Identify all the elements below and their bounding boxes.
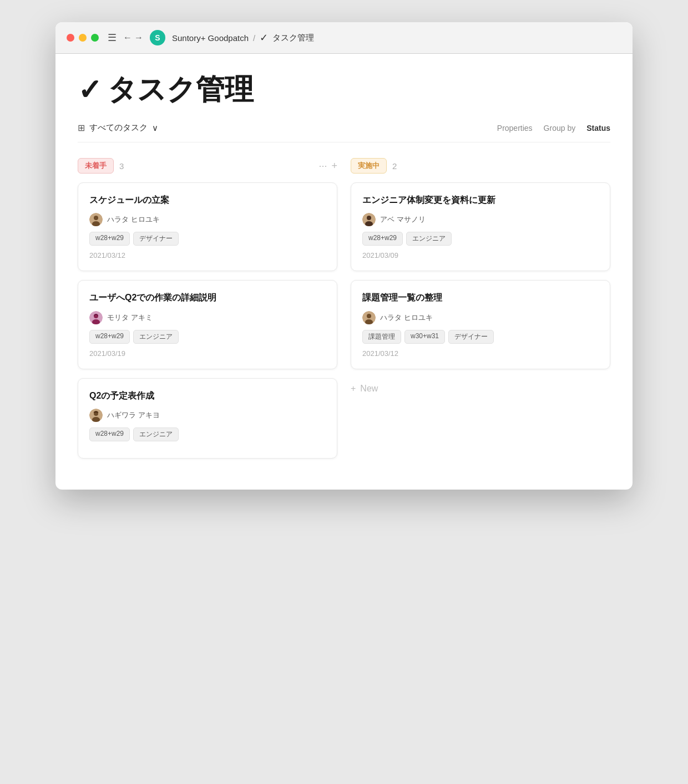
- avatar: [89, 213, 103, 226]
- status-badge-in-progress: 実施中: [351, 158, 387, 174]
- tag: エンジニア: [133, 427, 179, 441]
- breadcrumb-page: タスク管理: [272, 33, 314, 43]
- view-label: すべてのタスク: [89, 123, 148, 133]
- kanban-board: 未着手 3 ··· + スケジュールの立案: [78, 158, 610, 467]
- task-tags: w28+w29 エンジニア: [89, 330, 326, 344]
- svg-point-13: [367, 314, 371, 318]
- title-bar: ☰ ← → S Suntory+ Goodpatch / ✓ タスク管理: [55, 22, 633, 54]
- page-title: ✓ タスク管理: [78, 70, 610, 109]
- task-assignee: アベ マサノリ: [362, 213, 599, 226]
- avatar: [89, 409, 103, 422]
- avatar: [362, 311, 376, 324]
- tag: w28+w29: [89, 427, 130, 441]
- task-tags: 課題管理 w30+w31 デザイナー: [362, 330, 599, 344]
- assignee-name: ハラタ ヒロユキ: [107, 215, 160, 225]
- task-tags: w28+w29 エンジニア: [362, 232, 599, 246]
- task-tags: w28+w29 デザイナー: [89, 232, 326, 246]
- task-assignee: ハギワラ アキヨ: [89, 409, 326, 422]
- task-title: エンジニア体制変更を資料に更新: [362, 194, 599, 206]
- group-by-label: Group by: [544, 124, 576, 133]
- task-assignee: ハラタ ヒロユキ: [362, 311, 599, 324]
- tag: エンジニア: [406, 232, 452, 246]
- assignee-name: ハギワラ アキヨ: [107, 410, 160, 420]
- task-title: スケジュールの立案: [89, 194, 326, 206]
- maximize-button[interactable]: [91, 34, 99, 42]
- tag: 課題管理: [362, 330, 401, 344]
- avatar: [362, 213, 376, 226]
- tag: デザイナー: [448, 330, 494, 344]
- task-assignee: モリタ アキミ: [89, 311, 326, 324]
- nav-arrows: ← →: [123, 33, 143, 43]
- column-count-in-progress: 2: [392, 161, 397, 171]
- column-count-not-started: 3: [119, 161, 124, 171]
- brand-logo: S: [150, 30, 165, 45]
- task-title: ユーザへQ2での作業の詳細説明: [89, 292, 326, 304]
- breadcrumb-site: Suntory+ Goodpatch: [172, 33, 249, 43]
- new-card-button[interactable]: + New: [351, 378, 610, 399]
- svg-point-1: [94, 216, 98, 220]
- tag: w30+w31: [404, 330, 445, 344]
- tag: デザイナー: [133, 232, 179, 246]
- kanban-column-in-progress: 実施中 2 エンジニア体制変更を資料に更新: [351, 158, 610, 399]
- new-label: New: [360, 384, 378, 394]
- plus-icon: +: [351, 384, 356, 394]
- task-date: 2021/03/19: [89, 349, 326, 358]
- task-card[interactable]: ユーザへQ2での作業の詳細説明 モリタ アキミ: [78, 280, 337, 369]
- page-title-check-icon: ✓: [78, 73, 102, 106]
- task-card[interactable]: スケジュールの立案 ハラタ ヒロユキ w28+w29: [78, 182, 337, 271]
- breadcrumb: Suntory+ Goodpatch / ✓ タスク管理: [172, 32, 314, 44]
- assignee-name: アベ マサノリ: [380, 215, 426, 225]
- assignee-name: モリタ アキミ: [107, 313, 153, 323]
- assignee-name: ハラタ ヒロユキ: [380, 313, 433, 323]
- browser-window: ☰ ← → S Suntory+ Goodpatch / ✓ タスク管理 ✓ タ…: [55, 22, 633, 490]
- properties-button[interactable]: Properties: [497, 124, 533, 133]
- group-by-value[interactable]: Status: [586, 124, 610, 133]
- page-content: ✓ タスク管理 ⊞ すべてのタスク ∨ Properties Group by …: [55, 54, 633, 490]
- column-header-in-progress: 実施中 2: [351, 158, 610, 174]
- tag: w28+w29: [89, 330, 130, 344]
- task-title: 課題管理一覧の整理: [362, 292, 599, 304]
- svg-point-10: [367, 216, 371, 220]
- kanban-column-not-started: 未着手 3 ··· + スケジュールの立案: [78, 158, 337, 467]
- breadcrumb-separator: /: [253, 33, 255, 43]
- task-date: 2021/03/09: [362, 251, 599, 259]
- minimize-button[interactable]: [79, 34, 87, 42]
- column-header-not-started: 未着手 3 ··· +: [78, 158, 337, 174]
- breadcrumb-check-icon: ✓: [260, 32, 268, 44]
- task-card[interactable]: Q2の予定表作成 ハギワラ アキヨ w: [78, 378, 337, 459]
- task-date: 2021/03/12: [362, 349, 599, 358]
- task-card[interactable]: 課題管理一覧の整理 ハラタ ヒロユキ 課題管理: [351, 280, 610, 369]
- traffic-lights: [67, 34, 99, 42]
- avatar: [89, 311, 103, 324]
- task-tags: w28+w29 エンジニア: [89, 427, 326, 441]
- close-button[interactable]: [67, 34, 74, 42]
- more-icon[interactable]: ···: [318, 160, 327, 172]
- menu-icon[interactable]: ☰: [108, 32, 117, 44]
- view-icon: ⊞: [78, 123, 85, 133]
- tag: w28+w29: [362, 232, 403, 246]
- view-toolbar: ⊞ すべてのタスク ∨ Properties Group by Status: [78, 123, 610, 142]
- chevron-down-icon: ∨: [152, 123, 158, 133]
- page-title-text: タスク管理: [108, 70, 254, 109]
- add-card-icon[interactable]: +: [331, 160, 337, 172]
- task-title: Q2の予定表作成: [89, 390, 326, 402]
- tag: エンジニア: [133, 330, 179, 344]
- tag: w28+w29: [89, 232, 130, 246]
- task-card[interactable]: エンジニア体制変更を資料に更新 アベ マサノリ w28+w29: [351, 182, 610, 271]
- view-options: Properties Group by Status: [497, 124, 610, 133]
- task-assignee: ハラタ ヒロユキ: [89, 213, 326, 226]
- task-date: 2021/03/12: [89, 251, 326, 259]
- view-selector[interactable]: ⊞ すべてのタスク ∨: [78, 123, 158, 133]
- status-badge-not-started: 未着手: [78, 158, 114, 174]
- forward-button[interactable]: →: [134, 33, 143, 43]
- column-actions-not-started: ··· +: [318, 160, 337, 172]
- back-button[interactable]: ←: [123, 33, 132, 43]
